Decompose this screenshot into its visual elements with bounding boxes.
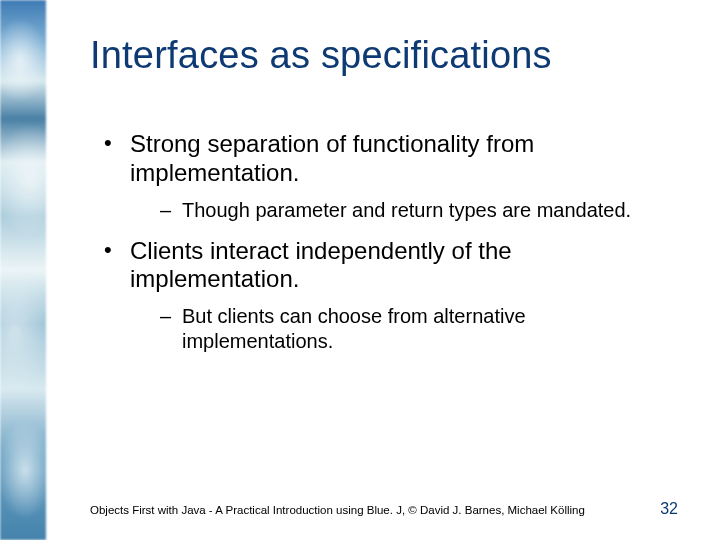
footer-text: Objects First with Java - A Practical In… xyxy=(90,504,585,516)
sub-bullet-text: Though parameter and return types are ma… xyxy=(182,199,631,221)
sub-bullet-list: Though parameter and return types are ma… xyxy=(130,198,660,223)
bullet-list: Strong separation of functionality from … xyxy=(100,130,660,354)
sub-bullet-item: Though parameter and return types are ma… xyxy=(160,198,660,223)
slide-body: Strong separation of functionality from … xyxy=(100,130,660,368)
bullet-text: Clients interact independently of the im… xyxy=(130,237,512,293)
sub-bullet-text: But clients can choose from alternative … xyxy=(182,305,526,352)
slide: Interfaces as specifications Strong sepa… xyxy=(0,0,720,540)
decorative-strip xyxy=(0,0,46,540)
sub-bullet-item: But clients can choose from alternative … xyxy=(160,304,660,354)
page-number: 32 xyxy=(660,500,678,518)
bullet-text: Strong separation of functionality from … xyxy=(130,130,534,186)
bullet-item: Strong separation of functionality from … xyxy=(100,130,660,223)
sub-bullet-list: But clients can choose from alternative … xyxy=(130,304,660,354)
slide-title: Interfaces as specifications xyxy=(90,34,680,77)
bullet-item: Clients interact independently of the im… xyxy=(100,237,660,355)
